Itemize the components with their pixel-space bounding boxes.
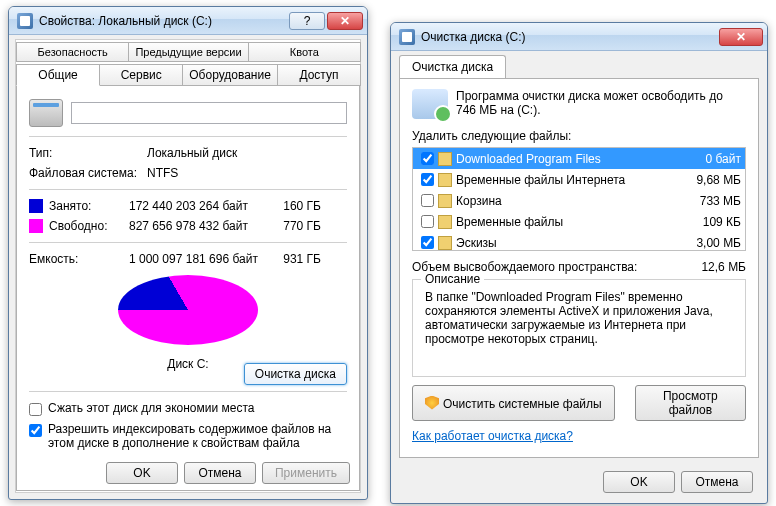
- description-title: Описание: [421, 272, 484, 286]
- folder-icon: [438, 236, 452, 250]
- disk-icon: [29, 99, 63, 127]
- info-text: Программа очистки диска может освободить…: [456, 89, 744, 117]
- window-body: Очистка диска Программа очистки диска мо…: [399, 55, 759, 459]
- cleanup-icon: [399, 29, 415, 45]
- file-checkbox[interactable]: [421, 236, 434, 249]
- folder-icon: [438, 194, 452, 208]
- folder-icon: [438, 215, 452, 229]
- used-bytes: 172 440 203 264 байт: [129, 199, 267, 213]
- close-button[interactable]: ✕: [719, 28, 763, 46]
- type-value: Локальный диск: [147, 146, 237, 160]
- ok-button[interactable]: OK: [106, 462, 178, 484]
- titlebar[interactable]: Очистка диска (C:) ✕: [391, 23, 767, 51]
- cap-label: Емкость:: [29, 252, 129, 266]
- help-button[interactable]: ?: [289, 12, 325, 30]
- file-item[interactable]: Корзина733 МБ: [413, 190, 745, 211]
- file-checkbox[interactable]: [421, 173, 434, 186]
- tab-безопасность[interactable]: Безопасность: [16, 42, 129, 62]
- window-title: Очистка диска (C:): [421, 30, 717, 44]
- total-freed-value: 12,6 МБ: [701, 260, 746, 274]
- free-swatch: [29, 219, 43, 233]
- shield-icon: [425, 396, 439, 410]
- file-checkbox[interactable]: [421, 215, 434, 228]
- file-item[interactable]: Временные файлы109 КБ: [413, 211, 745, 232]
- delete-files-label: Удалить следующие файлы:: [412, 129, 746, 143]
- tab-cleanup[interactable]: Очистка диска: [399, 55, 506, 78]
- files-list[interactable]: Downloaded Program Files0 байтВременные …: [412, 147, 746, 251]
- window-title: Свойства: Локальный диск (C:): [39, 14, 287, 28]
- used-swatch: [29, 199, 43, 213]
- file-item[interactable]: Эскизы3,00 МБ: [413, 232, 745, 251]
- properties-window: Свойства: Локальный диск (C:) ? ✕ Безопа…: [8, 6, 368, 500]
- disk-label-input[interactable]: [71, 102, 347, 124]
- folder-icon: [438, 173, 452, 187]
- drive-icon: [17, 13, 33, 29]
- apply-button: Применить: [262, 462, 350, 484]
- file-size: 733 МБ: [675, 194, 741, 208]
- file-size: 109 КБ: [675, 215, 741, 229]
- how-it-works-link[interactable]: Как работает очистка диска?: [412, 429, 746, 443]
- file-checkbox[interactable]: [421, 152, 434, 165]
- free-label: Свободно:: [49, 219, 129, 233]
- file-name: Временные файлы: [456, 215, 675, 229]
- fs-label: Файловая система:: [29, 166, 147, 180]
- ok-button[interactable]: OK: [603, 471, 675, 493]
- free-gb: 770 ГБ: [267, 219, 321, 233]
- cap-bytes: 1 000 097 181 696 байт: [129, 252, 267, 266]
- file-item[interactable]: Временные файлы Интернета9,68 МБ: [413, 169, 745, 190]
- index-label[interactable]: Разрешить индексировать содержимое файло…: [48, 422, 347, 450]
- file-name: Временные файлы Интернета: [456, 173, 675, 187]
- index-checkbox[interactable]: [29, 424, 42, 437]
- used-label: Занято:: [49, 199, 129, 213]
- view-files-button[interactable]: Просмотр файлов: [635, 385, 746, 421]
- cancel-button[interactable]: Отмена: [184, 462, 256, 484]
- tab-оборудование[interactable]: Оборудование: [182, 64, 278, 86]
- fs-value: NTFS: [147, 166, 178, 180]
- disk-cleanup-button[interactable]: Очистка диска: [244, 363, 347, 385]
- file-name: Downloaded Program Files: [456, 152, 675, 166]
- window-body: БезопасностьПредыдущие версииКвота Общие…: [15, 39, 361, 493]
- tab-сервис[interactable]: Сервис: [99, 64, 183, 86]
- file-size: 9,68 МБ: [675, 173, 741, 187]
- folder-icon: [438, 152, 452, 166]
- file-name: Эскизы: [456, 236, 675, 250]
- file-size: 3,00 МБ: [675, 236, 741, 250]
- file-item[interactable]: Downloaded Program Files0 байт: [413, 148, 745, 169]
- cleanup-big-icon: [412, 89, 448, 119]
- type-label: Тип:: [29, 146, 147, 160]
- tab-доступ[interactable]: Доступ: [277, 64, 361, 86]
- used-gb: 160 ГБ: [267, 199, 321, 213]
- free-bytes: 827 656 978 432 байт: [129, 219, 267, 233]
- cap-gb: 931 ГБ: [267, 252, 321, 266]
- compress-checkbox[interactable]: [29, 403, 42, 416]
- clean-system-files-button[interactable]: Очистить системные файлы: [412, 385, 615, 421]
- compress-label[interactable]: Сжать этот диск для экономии места: [48, 401, 254, 415]
- titlebar[interactable]: Свойства: Локальный диск (C:) ? ✕: [9, 7, 367, 35]
- description-text: В папке "Downloaded Program Files" време…: [425, 290, 733, 346]
- tab-general-body: Тип:Локальный диск Файловая система:NTFS…: [16, 85, 360, 491]
- file-name: Корзина: [456, 194, 675, 208]
- tab-общие[interactable]: Общие: [16, 64, 100, 86]
- usage-pie-chart: [118, 275, 258, 355]
- file-size: 0 байт: [675, 152, 741, 166]
- close-button[interactable]: ✕: [327, 12, 363, 30]
- tab-предыдущие-версии[interactable]: Предыдущие версии: [128, 42, 248, 62]
- cancel-button[interactable]: Отмена: [681, 471, 753, 493]
- file-checkbox[interactable]: [421, 194, 434, 207]
- tab-квота[interactable]: Квота: [248, 42, 361, 62]
- disk-cleanup-window: Очистка диска (C:) ✕ Очистка диска Прогр…: [390, 22, 768, 504]
- description-group: Описание В папке "Downloaded Program Fil…: [412, 279, 746, 377]
